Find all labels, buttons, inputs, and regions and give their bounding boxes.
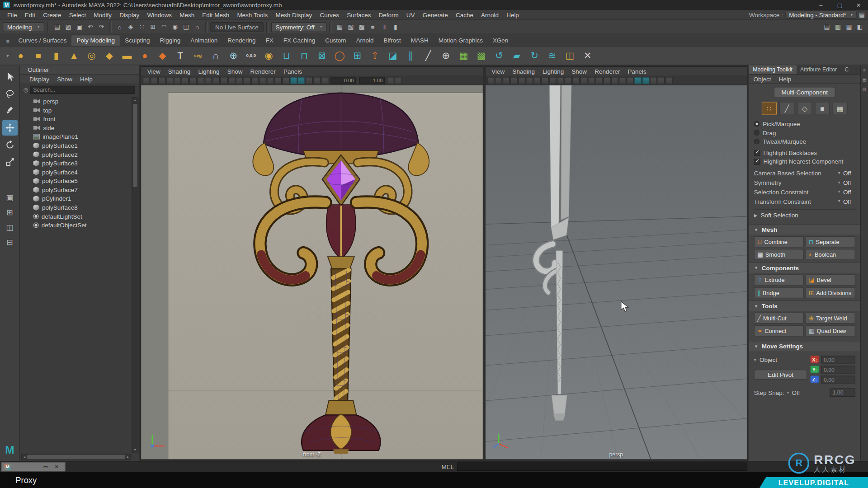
attribute-editor-strip-icon[interactable]: ▤: [862, 77, 866, 82]
modeling-toolkit-toggle-icon[interactable]: ◧: [855, 22, 865, 32]
quad-draw-button[interactable]: ▦Quad Draw: [806, 325, 855, 336]
snap-together-icon[interactable]: ⊕: [225, 47, 242, 64]
toolkit-menu-object[interactable]: Object: [754, 75, 779, 82]
safe-action-icon[interactable]: [619, 77, 626, 84]
make-live-shelf-icon[interactable]: ∩: [207, 47, 224, 64]
move-tool[interactable]: [2, 120, 17, 136]
snap-to-plane-icon[interactable]: ◫: [181, 22, 191, 32]
scroll-right-icon[interactable]: ►: [126, 454, 129, 460]
snap-to-curve-icon[interactable]: ◠: [159, 22, 169, 32]
target-weld-shelf-icon[interactable]: ⊕: [437, 47, 454, 64]
pause-icon[interactable]: ‖: [379, 22, 390, 32]
shelf-tab-motion-graphics[interactable]: Motion Graphics: [434, 35, 488, 46]
camera-attributes-icon[interactable]: [197, 77, 204, 84]
textured-icon[interactable]: [298, 77, 305, 84]
crease-tool-icon[interactable]: ▰: [508, 47, 525, 64]
sphere-primitive-icon[interactable]: ●: [136, 47, 153, 64]
shelf-tab-fx[interactable]: FX: [260, 35, 278, 46]
checkbox-highlight-nearest-component[interactable]: Highlight Nearest Component: [754, 157, 855, 166]
scale-tool[interactable]: [2, 155, 17, 170]
channel-box-toggle-icon[interactable]: ▦: [844, 22, 854, 32]
wireframe-icon[interactable]: [650, 77, 657, 84]
menu-curves[interactable]: Curves: [316, 10, 343, 19]
safe-title-icon[interactable]: [282, 77, 289, 84]
shelf-tab-xgen[interactable]: XGen: [488, 35, 513, 46]
checkbox-highlight-backfaces[interactable]: Highlight Backfaces: [754, 148, 855, 157]
outliner-menu-display[interactable]: Display: [25, 76, 53, 83]
step-size-field[interactable]: 1.00: [830, 389, 855, 397]
minimize-button[interactable]: –: [811, 0, 830, 10]
snap-to-grid-icon[interactable]: ⊞: [148, 22, 158, 32]
outliner-item-top[interactable]: top: [20, 106, 131, 115]
lighting-icon[interactable]: [495, 77, 502, 84]
front-menu-renderer[interactable]: Renderer: [246, 68, 279, 75]
film-gate-icon[interactable]: [588, 77, 595, 84]
front-menu-shading[interactable]: Shading: [164, 68, 194, 75]
front-viewport-canvas[interactable]: front -Z: [141, 85, 483, 460]
menu-edit-mesh[interactable]: Edit Mesh: [198, 10, 233, 19]
section-move-settings[interactable]: ▼ Move Settings: [749, 341, 860, 351]
target-weld-button[interactable]: ⊕Target Weld: [806, 313, 855, 324]
scrollbar-thumb[interactable]: [27, 455, 125, 460]
paint-select-tool[interactable]: [2, 103, 17, 118]
poly-cone-icon[interactable]: ▲: [65, 47, 82, 64]
separate-shelf-icon[interactable]: ⊓: [296, 47, 313, 64]
boolean-shelf-icon[interactable]: ⊠: [313, 47, 330, 64]
persp-viewport[interactable]: ViewShadingLightingShowRendererPanels: [485, 66, 747, 460]
type-tool-icon[interactable]: T: [172, 47, 189, 64]
lasso-tool[interactable]: [2, 86, 17, 101]
bridge-shelf-icon[interactable]: ∥: [402, 47, 419, 64]
isolate-select-icon[interactable]: [665, 77, 673, 84]
chevron-down-icon[interactable]: ▾: [838, 189, 840, 194]
menu-modify[interactable]: Modify: [90, 10, 116, 19]
workspace-dropdown[interactable]: Modeling - Standard* ▾: [786, 10, 856, 19]
outliner-tree[interactable]: persptopfrontsideimagePlane1polySurface1…: [20, 96, 139, 461]
persp-menu-renderer[interactable]: Renderer: [591, 68, 624, 75]
ao-icon[interactable]: [510, 77, 518, 84]
undo-icon[interactable]: ↶: [85, 22, 95, 32]
boolean-button[interactable]: ◐Boolean: [806, 249, 855, 260]
multi-component-button[interactable]: Multi-Component: [774, 87, 835, 98]
radio-drag[interactable]: Drag: [754, 128, 855, 137]
bookmark-icon[interactable]: [205, 77, 212, 84]
poly-disc-icon[interactable]: ▬: [118, 47, 136, 64]
grease-pencil-icon[interactable]: [228, 77, 235, 84]
floating-window-titlebar[interactable]: M ▭ ✕: [1, 462, 65, 471]
chevron-down-icon[interactable]: ▾: [787, 390, 789, 395]
shadows-icon[interactable]: [503, 77, 510, 84]
combine-shelf-icon[interactable]: ⊔: [278, 47, 295, 64]
combine-button[interactable]: ⊔Combine: [754, 236, 804, 247]
shelf-tab-custom[interactable]: Custom: [320, 35, 351, 46]
outliner-item-polysurface8[interactable]: polySurface8: [20, 203, 131, 212]
extrude-button[interactable]: ⇧Extrude: [754, 274, 804, 285]
image-plane-icon[interactable]: [212, 77, 220, 84]
renderer-select-icon[interactable]: [487, 77, 495, 84]
shelf-tab-curves-surfaces[interactable]: Curves / Surfaces: [13, 35, 71, 46]
menu-mesh-display[interactable]: Mesh Display: [272, 10, 316, 19]
bookmark-icon[interactable]: [549, 77, 557, 84]
outliner-item-side[interactable]: side: [20, 123, 131, 132]
vertex-mode-icon[interactable]: ∷: [762, 102, 777, 115]
poly-sphere-icon[interactable]: ●: [12, 47, 29, 64]
chevron-down-icon[interactable]: ▾: [838, 180, 840, 185]
resolution-gate-icon[interactable]: [596, 77, 603, 84]
scroll-up-icon[interactable]: ▲: [133, 98, 137, 103]
outliner-item-persp[interactable]: persp: [20, 97, 131, 106]
live-surface-field[interactable]: No Live Surface: [210, 22, 264, 32]
maximize-button[interactable]: ▢: [830, 0, 849, 10]
camera-attributes-icon[interactable]: [542, 77, 549, 84]
menu-create[interactable]: Create: [39, 10, 66, 19]
outliner-item-polysurface7[interactable]: polySurface7: [20, 185, 131, 194]
shelf-tab-rigging[interactable]: Rigging: [155, 35, 186, 46]
two-pane-layout[interactable]: ⊟: [3, 237, 16, 248]
axis-value-field[interactable]: 0.00: [821, 356, 855, 363]
outliner-item-pcylinder1[interactable]: pCylinder1: [20, 194, 131, 203]
shelf-tab-sculpting[interactable]: Sculpting: [120, 35, 155, 46]
camera-lock-icon[interactable]: [533, 77, 541, 84]
viewport-options-icon[interactable]: [395, 77, 402, 84]
soft-selection-section[interactable]: ▶ Soft Selection: [754, 209, 855, 220]
menu-display[interactable]: Display: [116, 10, 143, 19]
shelf-tab-mash[interactable]: MASH: [406, 35, 434, 46]
render-settings-icon[interactable]: ▩: [357, 22, 367, 32]
scroll-down-icon[interactable]: ▼: [133, 447, 137, 452]
